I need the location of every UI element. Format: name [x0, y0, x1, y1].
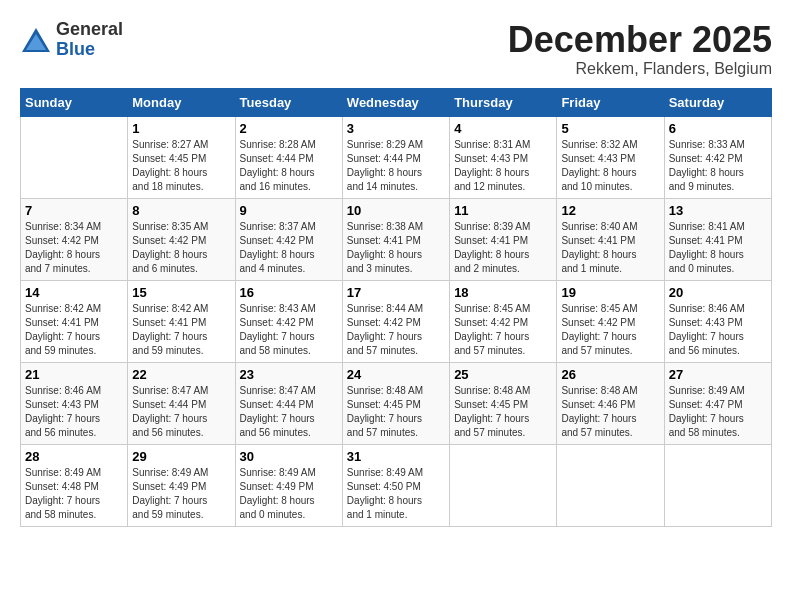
day-number: 17 — [347, 285, 445, 300]
calendar-cell: 14Sunrise: 8:42 AM Sunset: 4:41 PM Dayli… — [21, 280, 128, 362]
calendar-cell: 6Sunrise: 8:33 AM Sunset: 4:42 PM Daylig… — [664, 116, 771, 198]
day-number: 26 — [561, 367, 659, 382]
calendar-cell: 30Sunrise: 8:49 AM Sunset: 4:49 PM Dayli… — [235, 444, 342, 526]
day-details: Sunrise: 8:49 AM Sunset: 4:47 PM Dayligh… — [669, 384, 767, 440]
day-number: 29 — [132, 449, 230, 464]
day-number: 31 — [347, 449, 445, 464]
header-day-friday: Friday — [557, 88, 664, 116]
day-details: Sunrise: 8:37 AM Sunset: 4:42 PM Dayligh… — [240, 220, 338, 276]
calendar-cell — [450, 444, 557, 526]
day-number: 20 — [669, 285, 767, 300]
page-header: General Blue December 2025 Rekkem, Fland… — [20, 20, 772, 78]
day-details: Sunrise: 8:48 AM Sunset: 4:45 PM Dayligh… — [454, 384, 552, 440]
day-number: 23 — [240, 367, 338, 382]
calendar-week-3: 14Sunrise: 8:42 AM Sunset: 4:41 PM Dayli… — [21, 280, 772, 362]
day-details: Sunrise: 8:32 AM Sunset: 4:43 PM Dayligh… — [561, 138, 659, 194]
day-number: 10 — [347, 203, 445, 218]
day-details: Sunrise: 8:47 AM Sunset: 4:44 PM Dayligh… — [132, 384, 230, 440]
day-details: Sunrise: 8:27 AM Sunset: 4:45 PM Dayligh… — [132, 138, 230, 194]
header-day-sunday: Sunday — [21, 88, 128, 116]
day-number: 30 — [240, 449, 338, 464]
header-day-saturday: Saturday — [664, 88, 771, 116]
day-number: 19 — [561, 285, 659, 300]
calendar-cell: 11Sunrise: 8:39 AM Sunset: 4:41 PM Dayli… — [450, 198, 557, 280]
calendar-cell: 10Sunrise: 8:38 AM Sunset: 4:41 PM Dayli… — [342, 198, 449, 280]
header-row: SundayMondayTuesdayWednesdayThursdayFrid… — [21, 88, 772, 116]
calendar-cell: 15Sunrise: 8:42 AM Sunset: 4:41 PM Dayli… — [128, 280, 235, 362]
day-number: 13 — [669, 203, 767, 218]
calendar-header: SundayMondayTuesdayWednesdayThursdayFrid… — [21, 88, 772, 116]
day-number: 18 — [454, 285, 552, 300]
calendar-cell: 27Sunrise: 8:49 AM Sunset: 4:47 PM Dayli… — [664, 362, 771, 444]
day-details: Sunrise: 8:47 AM Sunset: 4:44 PM Dayligh… — [240, 384, 338, 440]
calendar-cell: 17Sunrise: 8:44 AM Sunset: 4:42 PM Dayli… — [342, 280, 449, 362]
day-details: Sunrise: 8:48 AM Sunset: 4:46 PM Dayligh… — [561, 384, 659, 440]
calendar-body: 1Sunrise: 8:27 AM Sunset: 4:45 PM Daylig… — [21, 116, 772, 526]
calendar-cell: 7Sunrise: 8:34 AM Sunset: 4:42 PM Daylig… — [21, 198, 128, 280]
calendar-cell: 23Sunrise: 8:47 AM Sunset: 4:44 PM Dayli… — [235, 362, 342, 444]
calendar-cell: 26Sunrise: 8:48 AM Sunset: 4:46 PM Dayli… — [557, 362, 664, 444]
calendar-cell — [664, 444, 771, 526]
calendar-cell: 2Sunrise: 8:28 AM Sunset: 4:44 PM Daylig… — [235, 116, 342, 198]
day-details: Sunrise: 8:38 AM Sunset: 4:41 PM Dayligh… — [347, 220, 445, 276]
calendar-cell: 8Sunrise: 8:35 AM Sunset: 4:42 PM Daylig… — [128, 198, 235, 280]
day-number: 25 — [454, 367, 552, 382]
calendar-cell: 9Sunrise: 8:37 AM Sunset: 4:42 PM Daylig… — [235, 198, 342, 280]
day-details: Sunrise: 8:43 AM Sunset: 4:42 PM Dayligh… — [240, 302, 338, 358]
calendar-cell — [21, 116, 128, 198]
day-details: Sunrise: 8:40 AM Sunset: 4:41 PM Dayligh… — [561, 220, 659, 276]
calendar-cell: 22Sunrise: 8:47 AM Sunset: 4:44 PM Dayli… — [128, 362, 235, 444]
calendar-week-2: 7Sunrise: 8:34 AM Sunset: 4:42 PM Daylig… — [21, 198, 772, 280]
logo: General Blue — [20, 20, 123, 60]
calendar-week-1: 1Sunrise: 8:27 AM Sunset: 4:45 PM Daylig… — [21, 116, 772, 198]
location-subtitle: Rekkem, Flanders, Belgium — [508, 60, 772, 78]
day-number: 24 — [347, 367, 445, 382]
logo-blue: Blue — [56, 40, 123, 60]
day-details: Sunrise: 8:39 AM Sunset: 4:41 PM Dayligh… — [454, 220, 552, 276]
calendar-cell: 28Sunrise: 8:49 AM Sunset: 4:48 PM Dayli… — [21, 444, 128, 526]
calendar-cell: 25Sunrise: 8:48 AM Sunset: 4:45 PM Dayli… — [450, 362, 557, 444]
calendar-cell: 31Sunrise: 8:49 AM Sunset: 4:50 PM Dayli… — [342, 444, 449, 526]
calendar-cell: 12Sunrise: 8:40 AM Sunset: 4:41 PM Dayli… — [557, 198, 664, 280]
calendar-table: SundayMondayTuesdayWednesdayThursdayFrid… — [20, 88, 772, 527]
logo-general: General — [56, 20, 123, 40]
title-block: December 2025 Rekkem, Flanders, Belgium — [508, 20, 772, 78]
logo-text: General Blue — [56, 20, 123, 60]
calendar-cell — [557, 444, 664, 526]
day-number: 12 — [561, 203, 659, 218]
day-number: 15 — [132, 285, 230, 300]
day-number: 16 — [240, 285, 338, 300]
header-day-monday: Monday — [128, 88, 235, 116]
calendar-week-5: 28Sunrise: 8:49 AM Sunset: 4:48 PM Dayli… — [21, 444, 772, 526]
day-details: Sunrise: 8:49 AM Sunset: 4:50 PM Dayligh… — [347, 466, 445, 522]
calendar-cell: 19Sunrise: 8:45 AM Sunset: 4:42 PM Dayli… — [557, 280, 664, 362]
day-number: 5 — [561, 121, 659, 136]
day-details: Sunrise: 8:33 AM Sunset: 4:42 PM Dayligh… — [669, 138, 767, 194]
day-details: Sunrise: 8:31 AM Sunset: 4:43 PM Dayligh… — [454, 138, 552, 194]
day-number: 9 — [240, 203, 338, 218]
calendar-cell: 24Sunrise: 8:48 AM Sunset: 4:45 PM Dayli… — [342, 362, 449, 444]
day-number: 8 — [132, 203, 230, 218]
calendar-week-4: 21Sunrise: 8:46 AM Sunset: 4:43 PM Dayli… — [21, 362, 772, 444]
day-number: 7 — [25, 203, 123, 218]
day-number: 2 — [240, 121, 338, 136]
day-details: Sunrise: 8:46 AM Sunset: 4:43 PM Dayligh… — [25, 384, 123, 440]
calendar-cell: 20Sunrise: 8:46 AM Sunset: 4:43 PM Dayli… — [664, 280, 771, 362]
day-number: 21 — [25, 367, 123, 382]
header-day-wednesday: Wednesday — [342, 88, 449, 116]
logo-icon — [20, 26, 52, 54]
calendar-cell: 18Sunrise: 8:45 AM Sunset: 4:42 PM Dayli… — [450, 280, 557, 362]
calendar-cell: 1Sunrise: 8:27 AM Sunset: 4:45 PM Daylig… — [128, 116, 235, 198]
day-details: Sunrise: 8:42 AM Sunset: 4:41 PM Dayligh… — [25, 302, 123, 358]
day-number: 28 — [25, 449, 123, 464]
day-details: Sunrise: 8:49 AM Sunset: 4:48 PM Dayligh… — [25, 466, 123, 522]
header-day-thursday: Thursday — [450, 88, 557, 116]
day-number: 4 — [454, 121, 552, 136]
day-number: 3 — [347, 121, 445, 136]
day-details: Sunrise: 8:35 AM Sunset: 4:42 PM Dayligh… — [132, 220, 230, 276]
calendar-cell: 21Sunrise: 8:46 AM Sunset: 4:43 PM Dayli… — [21, 362, 128, 444]
day-details: Sunrise: 8:45 AM Sunset: 4:42 PM Dayligh… — [561, 302, 659, 358]
calendar-cell: 13Sunrise: 8:41 AM Sunset: 4:41 PM Dayli… — [664, 198, 771, 280]
day-details: Sunrise: 8:34 AM Sunset: 4:42 PM Dayligh… — [25, 220, 123, 276]
day-number: 22 — [132, 367, 230, 382]
